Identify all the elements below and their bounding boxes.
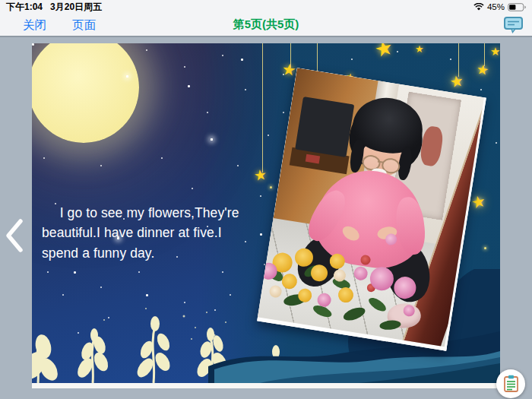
wifi-icon	[473, 3, 484, 11]
glow-star	[211, 138, 213, 141]
star-string	[262, 43, 263, 173]
star-icon: ★	[470, 192, 487, 211]
clipboard-notes-icon	[503, 375, 519, 393]
clock: 下午1:04	[6, 1, 43, 14]
book-page[interactable]: ★ ★ ★ ★ ★ ★ ★ ★ ★	[32, 43, 500, 388]
sparkle-dot	[484, 247, 486, 249]
app-screen: 下午1:04 3月20日周五 45% 关闭 页面 第5页(共5页)	[0, 0, 532, 399]
star-icon: ★	[490, 46, 500, 57]
hanging-star-icon: ★	[476, 62, 489, 78]
status-bar: 下午1:04 3月20日周五 45%	[0, 0, 532, 14]
page-bottom-edge	[32, 383, 500, 388]
moon	[32, 43, 139, 143]
chevron-left-icon	[4, 217, 25, 254]
prev-page-button[interactable]	[4, 217, 25, 254]
date: 3月20日周五	[50, 1, 102, 14]
photo-illustration	[258, 68, 484, 347]
page-photo[interactable]	[257, 68, 486, 350]
notes-fab-button[interactable]	[496, 369, 525, 398]
battery-45-icon	[508, 3, 526, 11]
status-right: 45%	[473, 2, 526, 11]
reader-canvas: ★ ★ ★ ★ ★ ★ ★ ★ ★	[0, 37, 532, 399]
sparkle-dot	[270, 186, 272, 188]
comment-button[interactable]	[503, 16, 526, 34]
status-left: 下午1:04 3月20日周五	[6, 1, 102, 14]
toolbar: 关闭 页面 第5页(共5页)	[0, 14, 532, 37]
stars-medium	[32, 43, 34, 46]
glow-star	[126, 75, 128, 78]
hanging-star-icon: ★	[253, 167, 268, 183]
battery-percent: 45%	[487, 2, 505, 11]
star-icon: ★	[415, 44, 424, 54]
story-text: I go to see my flowers,They're beautiful…	[42, 203, 249, 263]
photo-tv	[295, 97, 354, 157]
speech-bubble-icon	[503, 16, 524, 34]
hanging-star-icon: ★	[281, 61, 297, 78]
page-indicator: 第5页(共5页)	[0, 17, 532, 32]
hanging-star-icon: ★	[448, 73, 464, 90]
